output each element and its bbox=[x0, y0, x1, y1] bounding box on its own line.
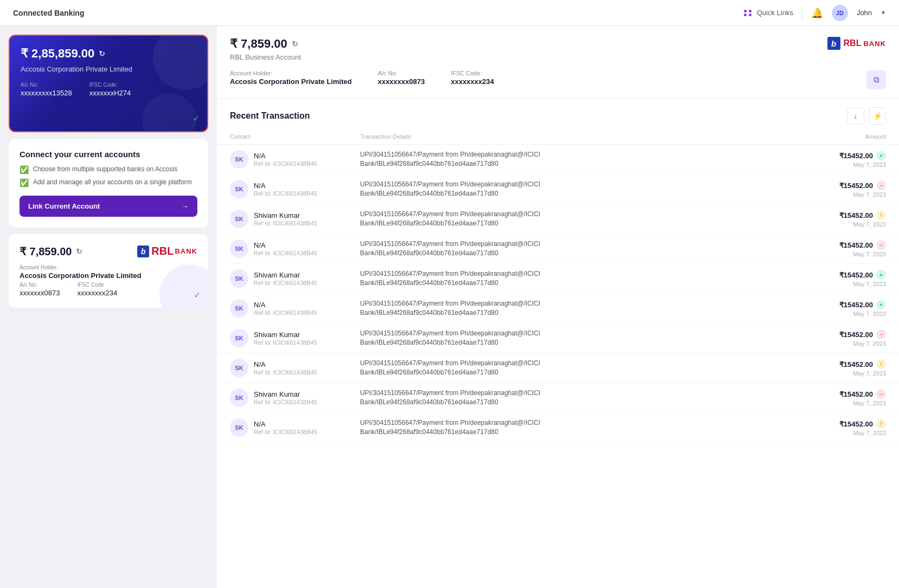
table-row[interactable]: SK N/A Ref Id: ICICI661438B45 UPI/304151… bbox=[217, 175, 899, 204]
table-row[interactable]: SK N/A Ref Id: ICICI661438B45 UPI/304151… bbox=[217, 413, 899, 443]
rbl-refresh-icon[interactable]: ↻ bbox=[76, 247, 82, 256]
download-button[interactable]: ↓ bbox=[847, 107, 864, 125]
contact-name: N/A bbox=[254, 152, 317, 160]
primary-ifsc-code: xxxxxxxH274 bbox=[89, 89, 131, 97]
transaction-details: UPI/304151056647/Payment from Ph/deepakr… bbox=[360, 329, 799, 347]
table-row[interactable]: SK N/A Ref Id: ICICI661438B45 UPI/304151… bbox=[217, 353, 899, 383]
contact-avatar: SK bbox=[230, 210, 248, 228]
notification-bell-icon[interactable]: 🔔 bbox=[811, 7, 823, 19]
header-right: Quick Links 🔔 JD John ▼ bbox=[744, 5, 886, 21]
amount-row: ₹15452.00 − bbox=[839, 329, 886, 339]
transactions-actions: ↓ ⚡ bbox=[847, 107, 886, 125]
table-row[interactable]: SK Shivam Kumar Ref Id: ICICI661438B45 U… bbox=[217, 204, 899, 234]
connect-feature-2: ✅ Add and manage all your accounts on a … bbox=[20, 178, 197, 187]
rbl-panel-logo-icon: b bbox=[827, 37, 840, 50]
contact-avatar: SK bbox=[230, 240, 248, 258]
amount-row: ₹15452.00 − bbox=[839, 240, 886, 250]
feature-text-1: Choose from multiple supported banks on … bbox=[33, 165, 177, 173]
header-divider bbox=[802, 7, 802, 20]
details-cell: UPI/304151056647/Payment from Ph/deepakr… bbox=[360, 180, 799, 198]
status-icon: − bbox=[876, 240, 886, 250]
contact-name: N/A bbox=[254, 420, 317, 428]
rbl-card-top: ₹ 7,859.00 ↻ b RBL BANK bbox=[20, 245, 197, 258]
table-row[interactable]: SK N/A Ref Id: ICICI661438B45 UPI/304151… bbox=[217, 234, 899, 264]
table-row[interactable]: SK Shivam Kumar Ref Id: ICICI661438B45 U… bbox=[217, 264, 899, 294]
contact-name: Shivam Kumar bbox=[254, 211, 317, 219]
amount-cell: ₹15452.00 − May 7, 2023 bbox=[799, 240, 886, 257]
balance-header: ₹ 7,859.00 ↻ RBL Business Account bbox=[230, 37, 301, 61]
rbl-holder-label: Account Holder: bbox=[20, 264, 197, 270]
contact-ref: Ref Id: ICICI661438B45 bbox=[254, 250, 317, 256]
contact-ref: Ref Id: ICICI661438B45 bbox=[254, 309, 317, 316]
right-panel: ₹ 7,859.00 ↻ RBL Business Account b RBL … bbox=[217, 26, 899, 588]
col-details-header: Transaction Details bbox=[360, 133, 799, 140]
primary-account-card[interactable]: ₹ 2,85,859.00 ↻ Accosis Corporation Priv… bbox=[9, 35, 208, 132]
transaction-details: UPI/304151056647/Payment from Ph/deepakr… bbox=[360, 359, 799, 377]
chevron-down-icon[interactable]: ▼ bbox=[881, 10, 886, 16]
col-amount-header: Amount bbox=[799, 133, 886, 140]
contact-cell: SK N/A Ref Id: ICICI661438B45 bbox=[230, 299, 360, 318]
main-layout: ₹ 2,85,859.00 ↻ Accosis Corporation Priv… bbox=[0, 26, 899, 588]
link-current-account-button[interactable]: Link Current Account → bbox=[20, 196, 197, 217]
right-panel-refresh-icon[interactable]: ↻ bbox=[292, 40, 298, 48]
details-cell: UPI/304151056647/Payment from Ph/deepakr… bbox=[360, 299, 799, 318]
table-row[interactable]: SK Shivam Kumar Ref Id: ICICI661438B45 U… bbox=[217, 324, 899, 353]
transaction-details: UPI/304151056647/Payment from Ph/deepakr… bbox=[360, 210, 799, 228]
transaction-details: UPI/304151056647/Payment from Ph/deepakr… bbox=[360, 299, 799, 318]
contact-ref: Ref Id: ICICI661438B45 bbox=[254, 160, 317, 167]
quick-links-button[interactable]: Quick Links bbox=[744, 9, 793, 17]
transaction-date: May 7, 2023 bbox=[853, 400, 886, 406]
contact-cell: SK Shivam Kumar Ref Id: ICICI661438B45 bbox=[230, 269, 360, 288]
rbl-ac-number: xxxxxxx0873 bbox=[20, 289, 60, 297]
contact-ref: Ref Id: ICICI661438B45 bbox=[254, 399, 317, 405]
arrow-right-icon: → bbox=[182, 202, 189, 210]
contact-ref: Ref Id: ICICI661438B45 bbox=[254, 220, 317, 227]
filter-button[interactable]: ⚡ bbox=[869, 107, 886, 125]
contact-ref: Ref Id: ICICI661438B45 bbox=[254, 190, 317, 197]
rbl-account-card[interactable]: ₹ 7,859.00 ↻ b RBL BANK Account Holder: … bbox=[9, 234, 208, 308]
app-header: Connected Banking Quick Links 🔔 JD John … bbox=[0, 0, 899, 26]
transaction-details: UPI/304151056647/Payment from Ph/deepakr… bbox=[360, 418, 799, 437]
account-holder-label: Account Holder: bbox=[230, 70, 352, 76]
rbl-ifsc-label: IFSC Code bbox=[77, 282, 117, 288]
table-row[interactable]: SK Shivam Kumar Ref Id: ICICI661438B45 U… bbox=[217, 383, 899, 413]
contact-ref: Ref Id: ICICI661438B45 bbox=[254, 339, 317, 346]
transaction-details: UPI/304151056647/Payment from Ph/deepakr… bbox=[360, 150, 799, 169]
contact-cell: SK N/A Ref Id: ICICI661438B45 bbox=[230, 418, 360, 437]
amount-cell: ₹15452.00 − May 7, 2023 bbox=[799, 389, 886, 406]
user-name[interactable]: John bbox=[857, 9, 872, 17]
details-cell: UPI/304151056647/Payment from Ph/deepakr… bbox=[360, 150, 799, 169]
amount-row: ₹15452.00 − bbox=[839, 180, 886, 190]
contact-name: N/A bbox=[254, 182, 317, 190]
status-icon: ! bbox=[876, 359, 886, 369]
refresh-icon[interactable]: ↻ bbox=[99, 49, 105, 58]
ifsc-label: IFSC Code: bbox=[451, 70, 494, 76]
connect-feature-1: ✅ Choose from multiple supported banks o… bbox=[20, 165, 197, 174]
contact-info: N/A Ref Id: ICICI661438B45 bbox=[254, 420, 317, 435]
contact-name: N/A bbox=[254, 360, 317, 369]
app-title: Connected Banking bbox=[13, 9, 84, 17]
contact-avatar: SK bbox=[230, 389, 248, 407]
contact-ref: Ref Id: ICICI661438B45 bbox=[254, 280, 317, 286]
table-row[interactable]: SK N/A Ref Id: ICICI661438B45 UPI/304151… bbox=[217, 294, 899, 324]
transaction-amount: ₹15452.00 bbox=[839, 182, 873, 190]
transaction-details: UPI/304151056647/Payment from Ph/deepakr… bbox=[360, 240, 799, 258]
contact-name: Shivam Kumar bbox=[254, 271, 317, 279]
status-icon: − bbox=[876, 389, 886, 399]
quick-links-icon bbox=[744, 10, 753, 16]
link-button-label: Link Current Account bbox=[28, 202, 100, 210]
transaction-date: May 7, 2023 bbox=[853, 311, 886, 317]
amount-row: ₹15452.00 + bbox=[839, 300, 886, 309]
rbl-ifsc-group: IFSC Code xxxxxxxx234 bbox=[77, 282, 117, 297]
right-panel-rbl-logo: b RBL BANK bbox=[827, 37, 886, 50]
amount-row: ₹15452.00 ! bbox=[839, 419, 886, 429]
table-row[interactable]: SK N/A Ref Id: ICICI661438B45 UPI/304151… bbox=[217, 145, 899, 175]
contact-avatar: SK bbox=[230, 329, 248, 347]
status-icon: + bbox=[876, 151, 886, 160]
right-panel-balance: ₹ 7,859.00 ↻ bbox=[230, 37, 301, 51]
contact-info: N/A Ref Id: ICICI661438B45 bbox=[254, 360, 317, 376]
contact-avatar: SK bbox=[230, 269, 248, 288]
contact-cell: SK Shivam Kumar Ref Id: ICICI661438B45 bbox=[230, 389, 360, 407]
copy-button[interactable]: ⧉ bbox=[866, 70, 886, 89]
transaction-details: UPI/304151056647/Payment from Ph/deepakr… bbox=[360, 389, 799, 407]
